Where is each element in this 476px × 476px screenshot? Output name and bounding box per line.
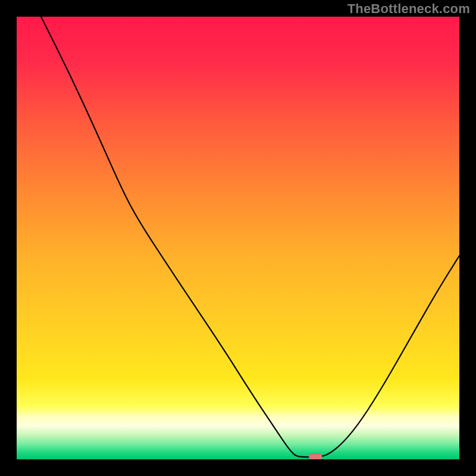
chart-svg [17, 17, 459, 459]
gradient-background [17, 17, 459, 459]
watermark-text: TheBottleneck.com [347, 1, 470, 17]
minimum-marker [309, 454, 322, 459]
plot-area [17, 17, 459, 459]
chart-frame: TheBottleneck.com [0, 0, 476, 476]
